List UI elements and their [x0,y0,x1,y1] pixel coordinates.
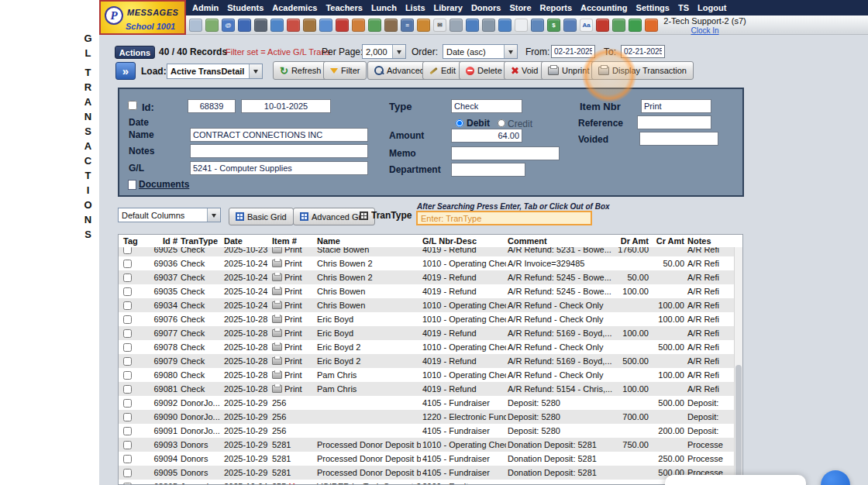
row-tag-checkbox[interactable] [123,247,132,254]
edit-button[interactable]: Edit [422,61,463,80]
col-name[interactable]: Name [315,236,421,246]
clock-in-link[interactable]: Clock In [691,26,718,35]
id-input[interactable] [188,99,236,113]
announcement-icon[interactable] [319,19,332,32]
department-input[interactable] [451,163,525,177]
row-tag-checkbox[interactable] [123,357,132,366]
document-icon[interactable] [515,19,528,32]
col-dr-amt[interactable]: Dr Amt [615,236,650,246]
text-format-icon[interactable]: Aa [580,19,593,32]
col-id[interactable]: Id # [142,236,179,246]
mail-icon[interactable]: ✉ [433,19,446,32]
void-button[interactable]: Void [504,61,545,80]
travel-icon[interactable] [368,19,381,32]
row-tag-checkbox[interactable] [123,399,132,408]
col-tag[interactable]: Tag [119,236,142,246]
row-tag-checkbox[interactable] [123,329,132,338]
row-tag-checkbox[interactable] [123,413,132,421]
grid-scrollbar[interactable] [734,247,742,484]
equals-icon[interactable]: = [401,19,414,32]
clock-icon[interactable] [498,19,512,32]
col-item[interactable]: Item # [270,236,315,246]
item-nbr-input[interactable] [641,99,711,113]
nav-library[interactable]: Library [434,3,463,12]
filter-button[interactable]: Filter [323,61,367,80]
to-date-input[interactable] [621,45,665,58]
col-gl[interactable]: G/L Nbr-Desc [421,236,506,246]
people-icon[interactable] [466,19,479,32]
nav-ts[interactable]: TS [678,3,689,12]
table-row[interactable]: 69036 Check 2025-10-24 Print Chris Bowen… [119,256,735,270]
delivery-icon[interactable] [450,19,463,32]
documents-link[interactable]: Documents [139,179,189,190]
row-tag-checkbox[interactable] [123,287,132,296]
row-tag-checkbox[interactable] [123,315,132,324]
nav-settings[interactable]: Settings [636,3,670,12]
nav-lunch[interactable]: Lunch [371,3,397,12]
amount-input[interactable] [451,129,522,143]
globe-icon[interactable] [238,19,251,32]
table-row[interactable]: 69081 Check 2025-10-28 Print Pam Chris 4… [119,382,735,396]
col-date[interactable]: Date [222,236,270,246]
order-select[interactable]: Date (asc) [443,44,518,59]
spreadsheet-icon[interactable] [205,19,219,32]
nav-academics[interactable]: Academics [272,3,317,12]
load-go-button[interactable]: » [115,62,136,80]
mobile-icon[interactable] [254,19,267,32]
unprint-button[interactable]: Unprint [541,61,596,80]
row-tag-checkbox[interactable] [123,371,132,380]
table-row[interactable]: 69091 DonorJo... 2025-10-29 256 4105 - F… [119,424,735,438]
row-tag-checkbox[interactable] [123,455,132,463]
table-row[interactable]: 69095 Donors 2025-10-29 5281 Processed D… [119,466,735,480]
trantype-search-input[interactable] [416,211,592,225]
nav-students[interactable]: Students [227,3,264,12]
table-row[interactable]: 69034 Check 2025-10-24 Print Chris Bowen… [119,298,735,312]
type-input[interactable] [451,99,522,113]
chart-icon[interactable] [563,19,577,32]
calendar-alt-icon[interactable] [303,19,316,32]
reference-input[interactable] [637,115,711,129]
nav-logout[interactable]: Logout [698,3,726,12]
row-tag-checkbox[interactable] [123,385,132,394]
credit-radio[interactable] [498,119,505,127]
col-notes[interactable]: Notes [686,236,734,246]
table-row[interactable]: 69037 Check 2025-10-24 Print Chris Bowen… [119,270,735,284]
row-tag-checkbox[interactable] [123,469,132,477]
table-row[interactable]: 69094 Donors 2025-10-29 5281 Processed D… [119,452,735,466]
table-row[interactable]: 69090 DonorJo... 2025-10-29 256 1220 - E… [119,410,735,424]
memo-input[interactable] [451,146,560,160]
debit-radio[interactable] [456,119,463,127]
col-cr-amt[interactable]: Cr Amt [650,236,686,246]
row-tag-checkbox[interactable] [123,260,132,268]
actions-button[interactable]: Actions [115,46,155,59]
record-checkbox[interactable] [128,101,137,110]
briefcase-icon[interactable] [384,19,398,32]
date-input[interactable] [241,99,331,113]
nav-lists[interactable]: Lists [405,3,425,12]
search-icon[interactable] [189,19,202,32]
from-date-input[interactable] [551,45,595,58]
delete-button[interactable]: Delete [459,61,509,80]
calendar-icon[interactable] [287,19,300,32]
row-tag-checkbox[interactable] [123,273,132,282]
globe-alt-icon[interactable] [629,19,642,32]
pdf-icon[interactable] [596,19,609,32]
table-row[interactable]: 69092 DonorJo... 2025-10-29 256 4105 - F… [119,396,735,410]
table-row[interactable]: 69080 Check 2025-10-28 Print Pam Chris 1… [119,368,735,382]
table-row[interactable]: 69035 Check 2025-10-24 Print Chris Bowen… [119,284,735,298]
nav-admin[interactable]: Admin [192,3,219,12]
nav-accounting[interactable]: Accounting [580,3,628,12]
notes-input[interactable] [190,144,368,158]
scrollbar-thumb[interactable] [735,365,742,483]
row-tag-checkbox[interactable] [123,441,132,449]
table-row[interactable]: 68865 Journal 2025-10-04 255 V VOIDED by… [119,480,735,484]
load-select[interactable]: Active TransDetail [167,64,263,79]
nav-store[interactable]: Store [509,3,531,12]
table-row[interactable]: 69077 Check 2025-10-28 Print Eric Boyd 4… [119,326,735,340]
row-tag-checkbox[interactable] [123,343,132,352]
basic-grid-button[interactable]: Basic Grid [229,208,294,225]
table-row[interactable]: 69079 Check 2025-10-28 Print Eric Boyd 2… [119,354,735,368]
name-input[interactable] [190,128,368,142]
table-row[interactable]: 69093 Donors 2025-10-29 5281 Processed D… [119,438,735,452]
row-tag-checkbox[interactable] [123,483,132,485]
